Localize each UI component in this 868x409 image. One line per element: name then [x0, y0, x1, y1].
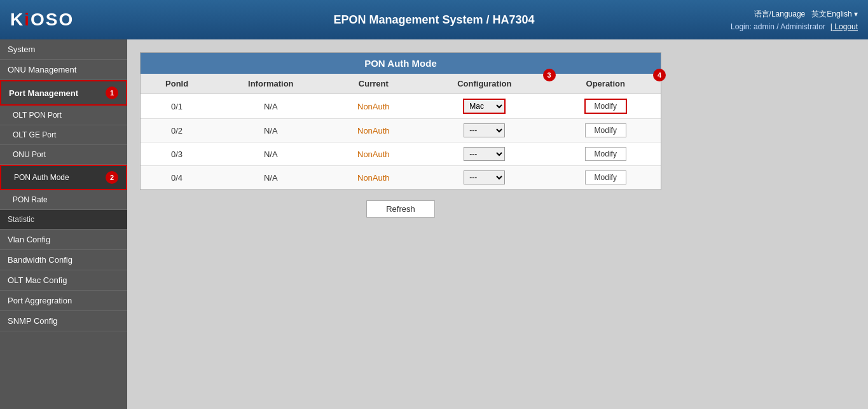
pon-auth-table-container: PON Auth Mode PonId Information Current …	[140, 52, 661, 190]
sidebar-item-olt-mac-config[interactable]: OLT Mac Config	[0, 270, 127, 291]
cell-configuration[interactable]: Mac---LoidHybrid	[418, 142, 550, 166]
modify-button[interactable]: Modify	[585, 147, 626, 161]
header: KiOSO EPON Management System / HA7304 语言…	[0, 0, 868, 39]
badge-pon-auth-mode: 2	[106, 171, 118, 184]
config-select[interactable]: Mac---LoidHybrid	[464, 170, 505, 184]
sidebar-item-olt-pon-port[interactable]: OLT PON Port	[0, 106, 127, 125]
col-information: Information	[213, 74, 328, 94]
logo-i: i	[24, 10, 31, 29]
sidebar-item-bandwidth-config[interactable]: Bandwidth Config	[0, 250, 127, 270]
col-current: Current	[328, 74, 418, 94]
language-value: 英文English	[811, 10, 851, 18]
cell-pon-id: 0/4	[141, 166, 213, 190]
language-selector[interactable]: 语言/Language 英文English ▾	[754, 9, 858, 20]
table-row: 0/3N/ANonAuthMac---LoidHybridModify	[141, 142, 661, 166]
refresh-area: Refresh	[140, 200, 661, 218]
badge-operation: 4	[653, 69, 666, 81]
logo-s: S	[46, 10, 59, 29]
table-row: 0/4N/ANonAuthMac---LoidHybridModify	[141, 166, 661, 190]
cell-configuration[interactable]: Mac---LoidHybrid	[418, 94, 550, 119]
logout-link[interactable]: | Logout	[830, 22, 858, 31]
logo-text: K	[10, 10, 24, 29]
language-label: 语言/Language	[754, 10, 806, 18]
layout: System ONU Management Port Management 1 …	[0, 39, 868, 409]
sidebar-item-port-aggregation[interactable]: Port Aggregration	[0, 291, 127, 311]
pon-auth-table: PonId Information Current Configuration …	[141, 74, 661, 190]
table-body: 0/1N/ANonAuthMac---LoidHybridModify0/2N/…	[141, 94, 661, 190]
logo-o1: O	[31, 10, 46, 29]
cell-current: NonAuth	[328, 142, 418, 166]
sidebar-item-snmp-config[interactable]: SNMP Config	[0, 311, 127, 331]
cell-operation[interactable]: Modify	[551, 94, 661, 119]
col-pon-id: PonId	[141, 74, 213, 94]
sidebar-item-onu-management[interactable]: ONU Management	[0, 60, 127, 80]
cell-pon-id: 0/1	[141, 94, 213, 119]
cell-information: N/A	[213, 119, 328, 142]
page-title: EPON Management System / HA7304	[333, 13, 534, 27]
table-row: 0/1N/ANonAuthMac---LoidHybridModify	[141, 94, 661, 119]
badge-port-management: 1	[106, 87, 118, 99]
cell-pon-id: 0/3	[141, 142, 213, 166]
modify-button[interactable]: Modify	[585, 123, 626, 137]
config-select[interactable]: Mac---LoidHybrid	[463, 99, 506, 114]
modify-button[interactable]: Modify	[585, 170, 626, 184]
sidebar-item-vlan-config[interactable]: Vlan Config	[0, 230, 127, 250]
sidebar-item-statistic[interactable]: Statistic	[0, 210, 127, 230]
cell-current: NonAuth	[328, 166, 418, 190]
cell-current: NonAuth	[328, 119, 418, 142]
sidebar-item-pon-rate[interactable]: PON Rate	[0, 190, 127, 210]
header-right: 语言/Language 英文English ▾ Login: admin / A…	[731, 9, 858, 31]
cell-current: NonAuth	[328, 94, 418, 119]
cell-information: N/A	[213, 142, 328, 166]
cell-configuration[interactable]: Mac---LoidHybrid	[418, 119, 550, 142]
sidebar-item-system[interactable]: System	[0, 39, 127, 60]
cell-operation[interactable]: Modify	[551, 119, 661, 142]
refresh-button[interactable]: Refresh	[366, 200, 435, 218]
col-configuration: Configuration 3	[418, 74, 550, 94]
table-title: PON Auth Mode	[141, 53, 661, 74]
sidebar-item-olt-ge-port[interactable]: OLT GE Port	[0, 125, 127, 145]
cell-configuration[interactable]: Mac---LoidHybrid	[418, 166, 550, 190]
sidebar-item-port-management[interactable]: Port Management 1	[0, 80, 127, 106]
sidebar: System ONU Management Port Management 1 …	[0, 39, 127, 409]
config-select[interactable]: Mac---LoidHybrid	[464, 147, 505, 161]
sidebar-item-onu-port[interactable]: ONU Port	[0, 145, 127, 165]
logo: KiOSO	[10, 10, 74, 30]
config-select[interactable]: Mac---LoidHybrid	[464, 123, 505, 137]
logo-o2: O	[59, 10, 74, 29]
sidebar-item-pon-auth-mode[interactable]: PON Auth Mode 2	[0, 165, 127, 190]
main-content: PON Auth Mode PonId Information Current …	[127, 39, 868, 409]
cell-information: N/A	[213, 166, 328, 190]
col-operation: Operation 4	[551, 74, 661, 94]
cell-information: N/A	[213, 94, 328, 119]
table-row: 0/2N/ANonAuthMac---LoidHybridModify	[141, 119, 661, 142]
cell-pon-id: 0/2	[141, 119, 213, 142]
cell-operation[interactable]: Modify	[551, 166, 661, 190]
cell-operation[interactable]: Modify	[551, 142, 661, 166]
modify-button[interactable]: Modify	[584, 99, 627, 114]
login-info: Login: admin / Administrator	[731, 22, 825, 31]
